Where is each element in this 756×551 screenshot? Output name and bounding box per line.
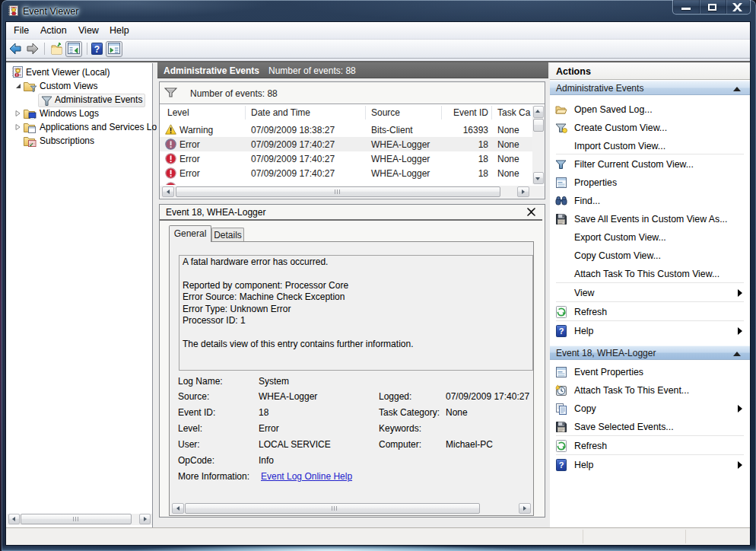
- svg-text:?: ?: [94, 44, 100, 55]
- svg-text:?: ?: [559, 326, 564, 336]
- svg-text:?: ?: [559, 460, 564, 470]
